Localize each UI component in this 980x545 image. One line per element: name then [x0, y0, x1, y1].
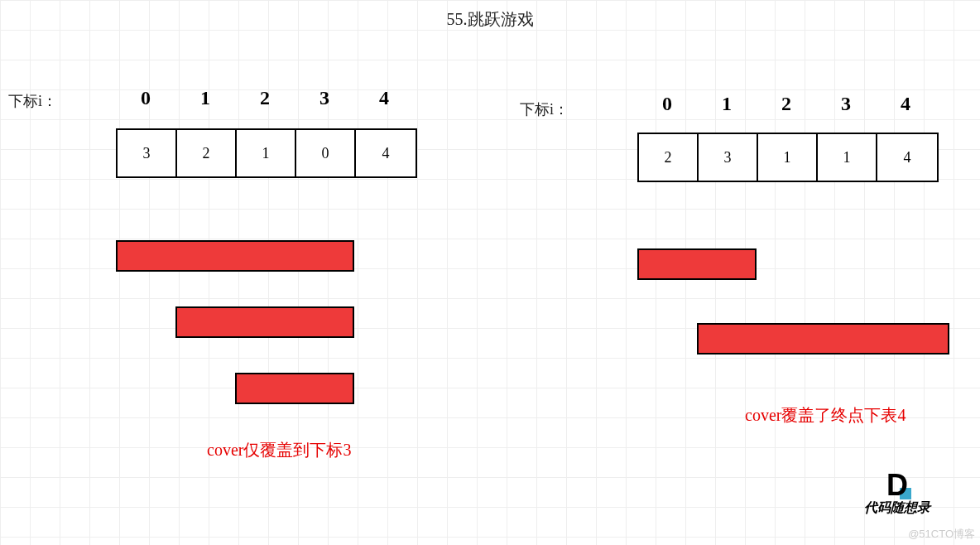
right-index-label: 下标i： — [520, 99, 569, 119]
right-cover-bar-1 — [697, 323, 949, 354]
left-caption: cover仅覆盖到下标3 — [207, 439, 351, 461]
left-index-label: 下标i： — [8, 91, 57, 111]
index-num: 4 — [876, 93, 935, 115]
left-cover-bar-0 — [116, 240, 354, 272]
page-title: 55.跳跃游戏 — [447, 8, 534, 31]
array-cell: 1 — [758, 134, 818, 181]
logo-d-icon: D — [886, 468, 908, 503]
index-num: 0 — [637, 93, 697, 115]
index-num: 1 — [175, 87, 235, 109]
right-index-row: 0 1 2 3 4 — [637, 93, 935, 115]
left-index-row: 0 1 2 3 4 — [116, 87, 414, 109]
array-cell: 3 — [699, 134, 758, 181]
index-num: 3 — [295, 87, 354, 109]
watermark: @51CTO博客 — [908, 527, 975, 542]
left-cover-bar-1 — [175, 306, 354, 338]
left-cover-bar-2 — [235, 373, 354, 404]
index-num: 0 — [116, 87, 175, 109]
index-num: 4 — [354, 87, 414, 109]
index-num: 1 — [697, 93, 757, 115]
brand-logo: D 代码随想录 — [864, 468, 930, 517]
array-cell: 4 — [877, 134, 937, 181]
array-cell: 2 — [639, 134, 699, 181]
right-caption: cover覆盖了终点下表4 — [745, 404, 906, 427]
left-array: 3 2 1 0 4 — [116, 128, 417, 178]
array-cell: 4 — [356, 130, 416, 176]
array-cell: 2 — [177, 130, 237, 176]
index-num: 2 — [235, 87, 295, 109]
index-num: 3 — [816, 93, 876, 115]
array-cell: 0 — [296, 130, 356, 176]
array-cell: 3 — [118, 130, 177, 176]
index-num: 2 — [757, 93, 816, 115]
array-cell: 1 — [818, 134, 877, 181]
right-array: 2 3 1 1 4 — [637, 133, 939, 182]
right-cover-bar-0 — [637, 248, 757, 280]
array-cell: 1 — [237, 130, 296, 176]
